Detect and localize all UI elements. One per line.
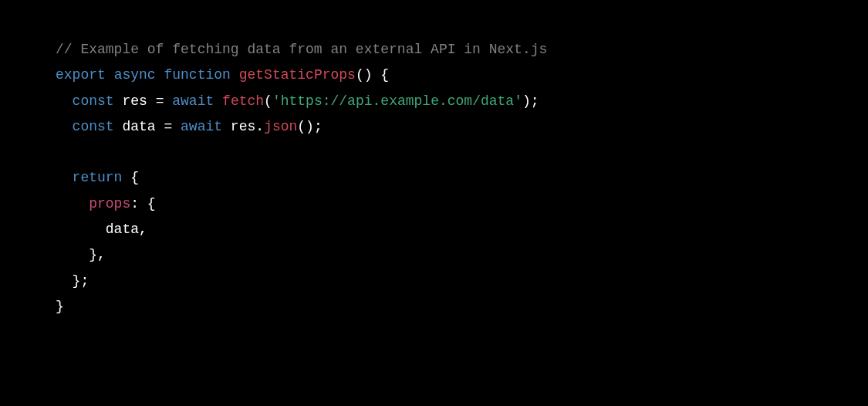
punct: () {	[356, 67, 389, 83]
keyword-await: await	[181, 119, 222, 134]
res-dot: res.	[222, 119, 264, 134]
code-comment: // Example of fetching data from an exte…	[56, 42, 547, 57]
indent	[56, 196, 89, 211]
paren-open: (	[264, 93, 272, 109]
brace-close: },	[56, 247, 106, 262]
indent	[56, 119, 73, 134]
indent	[56, 170, 73, 185]
brace-close: }	[56, 299, 64, 314]
call-json: json	[264, 119, 297, 134]
var-res: res =	[114, 93, 173, 109]
var-data: data =	[114, 119, 181, 134]
string-url: 'https://api.example.com/data'	[272, 93, 522, 109]
keyword-const: const	[73, 93, 114, 109]
indent	[56, 93, 73, 109]
keyword-export: export	[56, 67, 106, 83]
function-name: getStaticProps	[239, 67, 356, 83]
call-fetch: fetch	[222, 93, 264, 109]
keyword-function: function	[164, 67, 230, 83]
keyword-async: async	[114, 67, 156, 83]
punct: : {	[130, 196, 155, 211]
brace-close: };	[56, 273, 89, 289]
space	[214, 93, 222, 109]
paren-close: );	[522, 93, 539, 109]
keyword-return: return	[73, 170, 123, 185]
brace-open: {	[122, 170, 139, 185]
punct: ();	[297, 119, 322, 134]
line-data: data,	[56, 222, 147, 237]
prop-props: props	[89, 196, 130, 211]
keyword-const: const	[73, 119, 114, 134]
code-snippet: // Example of fetching data from an exte…	[56, 37, 812, 320]
keyword-await: await	[172, 93, 214, 109]
